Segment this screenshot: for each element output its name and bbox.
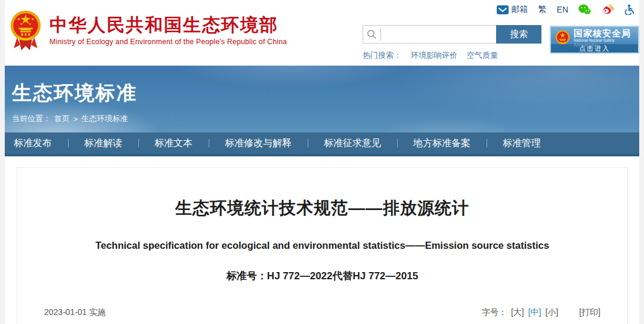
content-area: 生态环境统计技术规范——排放源统计 Technical specificatio… — [5, 156, 639, 324]
search-box: 搜索 — [363, 25, 541, 44]
traditional-chinese-link[interactable]: 繁 — [538, 4, 547, 15]
search-icon — [363, 29, 380, 39]
national-emblem-icon — [10, 7, 42, 56]
english-link[interactable]: EN — [557, 5, 568, 14]
breadcrumb: 当前位置： 首页 > 生态环境标准 — [12, 113, 639, 124]
ministry-logo[interactable]: 中华人民共和国生态环境部 Ministry of Ecology and Env… — [10, 7, 287, 56]
accessibility-icon[interactable] — [624, 4, 634, 15]
page-title: 生态环境标准 — [12, 80, 639, 107]
mail-icon — [497, 5, 509, 14]
font-size-label: 字号： — [482, 307, 507, 318]
hot-search-label: 热门搜索： — [363, 50, 401, 61]
print-button[interactable]: [打印] — [579, 307, 600, 318]
article-meta-row: 2023-01-01 实施 字号： [大] [中] [小] [打印] — [44, 307, 600, 318]
mail-link[interactable]: 邮箱 — [497, 4, 528, 15]
site-header: 中华人民共和国生态环境部 Ministry of Ecology and Env… — [5, 0, 639, 66]
nuclear-safety-badge[interactable]: 国家核安全局 National Nuclear Safety Administr… — [550, 26, 639, 54]
tab-standard-amendment[interactable]: 标准修改与解释 — [209, 132, 308, 154]
search-button[interactable]: 搜索 — [496, 25, 541, 44]
article-card: 生态环境统计技术规范——排放源统计 Technical specificatio… — [17, 167, 628, 324]
hot-search-row: 热门搜索： 环境影响评价 空气质量 — [363, 50, 541, 61]
wechat-icon[interactable] — [578, 4, 591, 15]
font-size-medium-button[interactable]: [中] — [528, 307, 541, 318]
utility-bar: 邮箱 繁 EN — [497, 4, 634, 15]
breadcrumb-label: 当前位置： — [12, 113, 51, 124]
breadcrumb-current: 生态环境标准 — [82, 113, 128, 124]
article-title-cn: 生态环境统计技术规范——排放源统计 — [44, 197, 600, 220]
nuclear-badge-enter[interactable]: 点击进入 — [551, 44, 638, 53]
tab-standard-comments[interactable]: 标准征求意见 — [308, 132, 397, 154]
font-size-small-button[interactable]: [小] — [545, 307, 558, 318]
article-title-en: Technical specification for ecological a… — [44, 240, 600, 251]
search-input[interactable] — [381, 26, 496, 42]
standards-navbar: 标准发布 标准解读 标准文本 标准修改与解释 标准征求意见 地方标准备案 标准管… — [5, 132, 639, 156]
hot-search-link-eia[interactable]: 环境影响评价 — [411, 50, 457, 61]
breadcrumb-separator: > — [73, 115, 78, 124]
search-area: 搜索 热门搜索： 环境影响评价 空气质量 — [363, 25, 541, 61]
font-size-controls: 字号： [大] [中] [小] [打印] — [482, 307, 600, 318]
tab-standard-release[interactable]: 标准发布 — [5, 132, 68, 154]
tab-standard-text[interactable]: 标准文本 — [138, 132, 209, 154]
ministry-title-block: 中华人民共和国生态环境部 Ministry of Ecology and Env… — [49, 7, 287, 46]
hot-search-link-air[interactable]: 空气质量 — [467, 50, 498, 61]
nuclear-badge-title: 国家核安全局 — [574, 29, 636, 38]
tab-standard-interpretation[interactable]: 标准解读 — [68, 132, 138, 154]
weibo-icon[interactable] — [601, 4, 614, 15]
breadcrumb-home-link[interactable]: 首页 — [54, 113, 70, 124]
font-size-large-button[interactable]: [大] — [511, 307, 524, 318]
section-banner: 生态环境标准 当前位置： 首页 > 生态环境标准 — [5, 66, 639, 132]
tab-local-standard-filing[interactable]: 地方标准备案 — [397, 132, 487, 154]
page: 中华人民共和国生态环境部 Ministry of Ecology and Env… — [5, 0, 639, 324]
tab-standard-management[interactable]: 标准管理 — [487, 132, 557, 154]
ministry-name-en: Ministry of Ecology and Environment of t… — [49, 38, 287, 46]
implement-date: 2023-01-01 实施 — [44, 307, 106, 318]
ministry-name-cn: 中华人民共和国生态环境部 — [49, 16, 287, 35]
article-standard-number: 标准号：HJ 772—2022代替HJ 772—2015 — [44, 269, 600, 283]
